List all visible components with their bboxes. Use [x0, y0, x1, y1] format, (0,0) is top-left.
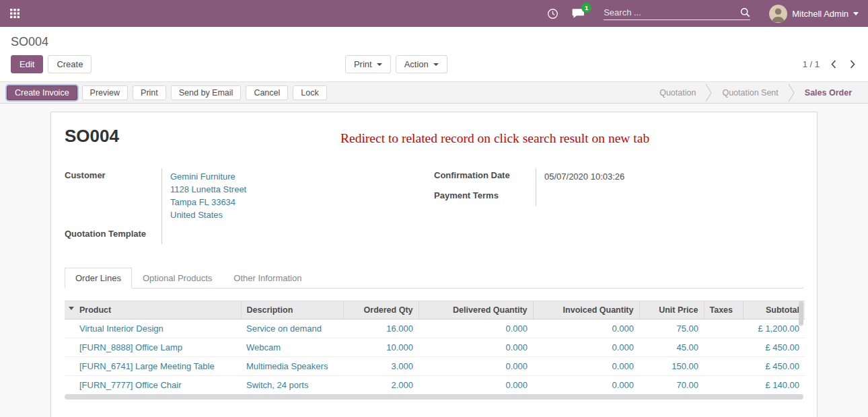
cell-product[interactable]: [FURN_7777] Office Chair — [74, 376, 241, 395]
col-header-product[interactable]: Product — [74, 301, 241, 319]
sheet: SO004 Redirect to related record on clic… — [50, 112, 818, 417]
apps-menu-icon[interactable] — [7, 5, 23, 22]
table-header-row: Product Description Ordered Qty Delivere… — [65, 301, 805, 319]
caret-down-icon — [69, 307, 74, 313]
cell-taxes — [704, 319, 743, 338]
cell-description[interactable]: Multimedia Speakers — [241, 357, 343, 376]
grid-icon — [10, 9, 20, 18]
cell-ordered-qty: 16.000 — [343, 319, 419, 338]
order-line-row[interactable]: [FURN_7777] Office Chair Switch, 24 port… — [65, 376, 805, 395]
step-sales-order[interactable]: Sales Order — [795, 88, 861, 98]
activities-clock-icon[interactable] — [547, 8, 558, 20]
cancel-button[interactable]: Cancel — [246, 85, 288, 100]
notebook-tabs: Order Lines Optional Products Other Info… — [65, 267, 803, 289]
print-button[interactable]: Print — [133, 85, 166, 100]
pager-next-button[interactable] — [848, 58, 857, 71]
top-navbar: 1 Mitchell Admin — [0, 0, 868, 27]
col-header-delivered-qty[interactable]: Delivered Quantity — [419, 301, 533, 319]
cell-subtotal: £ 450.00 — [743, 357, 805, 376]
control-panel: SO004 Edit Create Print Action 1 / 1 — [0, 27, 868, 81]
order-line-row[interactable]: [FURN_8888] Office Lamp Webcam 10.000 0.… — [65, 338, 805, 357]
cell-ordered-qty: 10.000 — [343, 338, 419, 357]
customer-link[interactable]: Gemini Furniture — [170, 172, 236, 182]
cell-delivered-qty: 0.000 — [419, 319, 533, 338]
col-header-invoiced-qty[interactable]: Invoiced Quantity — [533, 301, 639, 319]
cell-description[interactable]: Service on demand — [241, 319, 343, 338]
cell-unit-price: 70.00 — [639, 376, 704, 395]
pager-value[interactable]: 1 / 1 — [803, 59, 820, 69]
cell-invoiced-qty: 0.000 — [533, 357, 639, 376]
col-header-subtotal[interactable]: Subtotal — [743, 301, 805, 319]
avatar — [769, 5, 787, 23]
order-line-row[interactable]: [FURN_6741] Large Meeting Table Multimed… — [65, 357, 805, 376]
preview-button[interactable]: Preview — [82, 85, 128, 100]
search-icon[interactable] — [740, 7, 750, 17]
lock-button[interactable]: Lock — [293, 85, 326, 100]
edit-button[interactable]: Edit — [11, 55, 43, 73]
systray: 1 Mitchell Admin — [547, 5, 859, 23]
action-menu-button[interactable]: Action — [396, 55, 447, 73]
cell-taxes — [704, 338, 743, 357]
step-quotation-sent[interactable]: Quotation Sent — [713, 88, 787, 98]
customer-address-line: United States — [170, 208, 434, 221]
tab-optional-products[interactable]: Optional Products — [132, 268, 223, 289]
row-handle-cell — [65, 357, 74, 376]
chevron-right-icon — [849, 59, 856, 69]
col-header-unit-price[interactable]: Unit Price — [639, 301, 704, 319]
cell-subtotal: £ 450.00 — [743, 338, 805, 357]
step-separator-icon — [705, 82, 713, 104]
table-vertical-scrollbar[interactable] — [799, 301, 803, 326]
payment-terms-value — [536, 188, 803, 206]
status-steps: Quotation Quotation Sent Sales Order — [650, 82, 868, 103]
pager-previous-button[interactable] — [829, 58, 838, 71]
cell-product[interactable]: Virtual Interior Design — [74, 319, 241, 338]
step-quotation[interactable]: Quotation — [650, 88, 705, 98]
send-by-email-button[interactable]: Send by Email — [171, 85, 242, 100]
statusbar: Create Invoice Preview Print Send by Ema… — [0, 81, 868, 104]
cell-unit-price: 150.00 — [639, 357, 704, 376]
confirmation-date-label: Confirmation Date — [434, 168, 536, 188]
field-group-left: Customer Gemini Furniture 1128 Lunetta S… — [65, 168, 434, 244]
cell-taxes — [704, 357, 743, 376]
print-menu-button[interactable]: Print — [345, 55, 391, 73]
row-handle-cell — [65, 376, 74, 395]
cell-subtotal: £ 140.00 — [743, 376, 805, 395]
cell-description[interactable]: Switch, 24 ports — [241, 376, 343, 395]
cell-invoiced-qty: 0.000 — [533, 338, 639, 357]
cell-invoiced-qty: 0.000 — [533, 376, 639, 395]
create-invoice-button[interactable]: Create Invoice — [7, 85, 77, 100]
order-line-row[interactable]: Virtual Interior Design Service on deman… — [65, 319, 805, 338]
sort-caret-cell[interactable] — [65, 301, 74, 319]
cell-invoiced-qty: 0.000 — [533, 319, 639, 338]
tab-order-lines[interactable]: Order Lines — [65, 268, 132, 289]
messages-icon[interactable]: 1 — [572, 8, 585, 19]
cell-product[interactable]: [FURN_8888] Office Lamp — [74, 338, 241, 357]
chevron-left-icon — [830, 59, 837, 69]
create-button[interactable]: Create — [48, 55, 92, 73]
action-menu-label: Action — [404, 59, 429, 69]
cell-subtotal: £ 1,200.00 — [743, 319, 805, 338]
cell-ordered-qty: 2.000 — [343, 376, 419, 395]
customer-address-line: Tampa FL 33634 — [170, 196, 434, 208]
step-separator-icon — [788, 82, 795, 104]
col-header-description[interactable]: Description — [241, 301, 343, 319]
customer-value: Gemini Furniture 1128 Lunetta Street Tam… — [162, 168, 434, 227]
user-menu[interactable]: Mitchell Admin — [769, 5, 859, 23]
navbar-search-input[interactable] — [604, 7, 740, 17]
col-header-taxes[interactable]: Taxes — [704, 301, 743, 319]
cell-delivered-qty: 0.000 — [419, 338, 533, 357]
table-horizontal-scrollbar[interactable] — [65, 394, 803, 400]
cell-product[interactable]: [FURN_6741] Large Meeting Table — [74, 357, 241, 376]
cell-taxes — [704, 376, 743, 395]
cell-delivered-qty: 0.000 — [419, 376, 533, 395]
chevron-down-icon — [853, 12, 859, 18]
tab-other-information[interactable]: Other Information — [223, 268, 312, 289]
customer-label: Customer — [65, 168, 162, 227]
message-count-badge: 1 — [581, 3, 591, 13]
cell-unit-price: 75.00 — [639, 319, 704, 338]
row-handle-cell — [65, 319, 74, 338]
col-header-ordered-qty[interactable]: Ordered Qty — [343, 301, 419, 319]
pager: 1 / 1 — [803, 58, 857, 71]
order-lines-table: Product Description Ordered Qty Delivere… — [65, 301, 803, 400]
cell-description[interactable]: Webcam — [241, 338, 343, 357]
